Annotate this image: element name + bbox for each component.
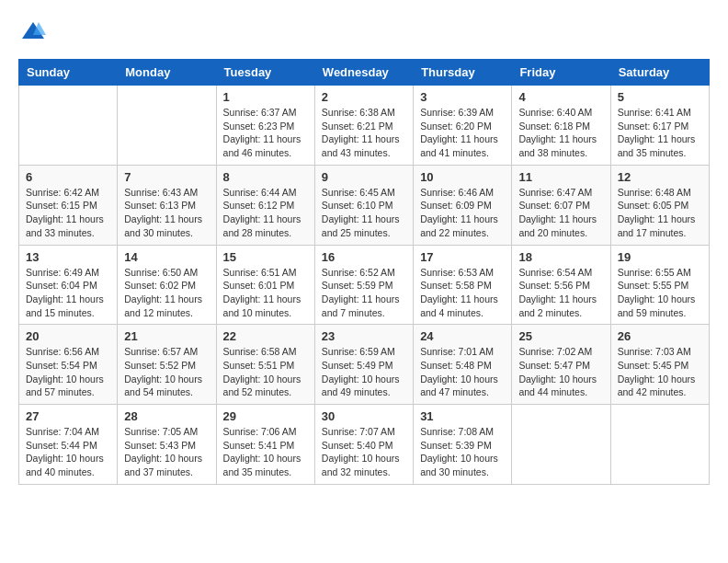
- day-info: Sunrise: 6:45 AMSunset: 6:10 PMDaylight:…: [322, 186, 406, 240]
- calendar-cell: 5Sunrise: 6:41 AMSunset: 6:17 PMDaylight…: [610, 86, 709, 166]
- calendar-body: 1Sunrise: 6:37 AMSunset: 6:23 PMDaylight…: [19, 86, 710, 485]
- day-number: 4: [518, 90, 603, 104]
- calendar-cell: 16Sunrise: 6:52 AMSunset: 5:59 PMDayligh…: [314, 245, 413, 325]
- day-info: Sunrise: 6:43 AMSunset: 6:13 PMDaylight:…: [124, 186, 209, 240]
- day-number: 29: [223, 409, 308, 423]
- calendar-cell: 22Sunrise: 6:58 AMSunset: 5:51 PMDayligh…: [216, 325, 314, 405]
- day-info: Sunrise: 6:46 AMSunset: 6:09 PMDaylight:…: [420, 186, 505, 240]
- day-number: 9: [322, 170, 406, 184]
- day-number: 5: [618, 90, 702, 104]
- calendar-week-1: 1Sunrise: 6:37 AMSunset: 6:23 PMDaylight…: [19, 86, 710, 166]
- calendar-cell: 10Sunrise: 6:46 AMSunset: 6:09 PMDayligh…: [414, 165, 512, 245]
- day-info: Sunrise: 6:58 AMSunset: 5:51 PMDaylight:…: [223, 345, 308, 399]
- header-thursday: Thursday: [414, 60, 512, 86]
- day-number: 15: [223, 250, 308, 264]
- day-number: 11: [518, 170, 603, 184]
- calendar-cell: 27Sunrise: 7:04 AMSunset: 5:44 PMDayligh…: [19, 405, 118, 485]
- day-number: 23: [322, 329, 406, 343]
- day-number: 24: [420, 329, 505, 343]
- header-sunday: Sunday: [19, 60, 118, 86]
- calendar-cell: 25Sunrise: 7:02 AMSunset: 5:47 PMDayligh…: [512, 325, 610, 405]
- calendar-cell: 12Sunrise: 6:48 AMSunset: 6:05 PMDayligh…: [610, 165, 709, 245]
- calendar-cell: 26Sunrise: 7:03 AMSunset: 5:45 PMDayligh…: [610, 325, 709, 405]
- calendar-week-4: 20Sunrise: 6:56 AMSunset: 5:54 PMDayligh…: [19, 325, 710, 405]
- header-friday: Friday: [512, 60, 610, 86]
- day-info: Sunrise: 6:49 AMSunset: 6:04 PMDaylight:…: [26, 266, 110, 320]
- day-info: Sunrise: 6:52 AMSunset: 5:59 PMDaylight:…: [322, 266, 406, 320]
- day-info: Sunrise: 6:56 AMSunset: 5:54 PMDaylight:…: [26, 345, 110, 399]
- day-info: Sunrise: 6:48 AMSunset: 6:05 PMDaylight:…: [618, 186, 702, 240]
- day-info: Sunrise: 7:01 AMSunset: 5:48 PMDaylight:…: [420, 345, 505, 399]
- day-number: 14: [124, 250, 209, 264]
- calendar-cell: 31Sunrise: 7:08 AMSunset: 5:39 PMDayligh…: [414, 405, 512, 485]
- day-number: 7: [124, 170, 209, 184]
- day-number: 6: [26, 170, 110, 184]
- day-number: 28: [124, 409, 209, 423]
- calendar-cell: 13Sunrise: 6:49 AMSunset: 6:04 PMDayligh…: [19, 245, 118, 325]
- day-number: 12: [618, 170, 702, 184]
- calendar-cell: 24Sunrise: 7:01 AMSunset: 5:48 PMDayligh…: [414, 325, 512, 405]
- day-number: 25: [518, 329, 603, 343]
- calendar-table: SundayMondayTuesdayWednesdayThursdayFrid…: [18, 59, 710, 485]
- calendar-cell: [512, 405, 610, 485]
- calendar-cell: 8Sunrise: 6:44 AMSunset: 6:12 PMDaylight…: [216, 165, 314, 245]
- calendar-cell: 18Sunrise: 6:54 AMSunset: 5:56 PMDayligh…: [512, 245, 610, 325]
- day-info: Sunrise: 7:07 AMSunset: 5:40 PMDaylight:…: [322, 425, 406, 479]
- day-info: Sunrise: 6:39 AMSunset: 6:20 PMDaylight:…: [420, 106, 505, 160]
- calendar-header-row: SundayMondayTuesdayWednesdayThursdayFrid…: [19, 60, 710, 86]
- day-info: Sunrise: 7:05 AMSunset: 5:43 PMDaylight:…: [124, 425, 209, 479]
- day-info: Sunrise: 6:37 AMSunset: 6:23 PMDaylight:…: [223, 106, 308, 160]
- day-number: 19: [618, 250, 702, 264]
- day-number: 26: [618, 329, 702, 343]
- day-number: 22: [223, 329, 308, 343]
- day-number: 13: [26, 250, 110, 264]
- day-info: Sunrise: 6:59 AMSunset: 5:49 PMDaylight:…: [322, 345, 406, 399]
- day-number: 31: [420, 409, 505, 423]
- calendar-week-2: 6Sunrise: 6:42 AMSunset: 6:15 PMDaylight…: [19, 165, 710, 245]
- calendar-cell: 11Sunrise: 6:47 AMSunset: 6:07 PMDayligh…: [512, 165, 610, 245]
- day-info: Sunrise: 6:54 AMSunset: 5:56 PMDaylight:…: [518, 266, 603, 320]
- day-info: Sunrise: 6:40 AMSunset: 6:18 PMDaylight:…: [518, 106, 603, 160]
- logo-icon: [20, 18, 46, 44]
- calendar-cell: 20Sunrise: 6:56 AMSunset: 5:54 PMDayligh…: [19, 325, 118, 405]
- day-info: Sunrise: 6:53 AMSunset: 5:58 PMDaylight:…: [420, 266, 505, 320]
- calendar-cell: 4Sunrise: 6:40 AMSunset: 6:18 PMDaylight…: [512, 86, 610, 166]
- day-number: 27: [26, 409, 110, 423]
- calendar-cell: 17Sunrise: 6:53 AMSunset: 5:58 PMDayligh…: [414, 245, 512, 325]
- day-info: Sunrise: 6:51 AMSunset: 6:01 PMDaylight:…: [223, 266, 308, 320]
- day-info: Sunrise: 6:50 AMSunset: 6:02 PMDaylight:…: [124, 266, 209, 320]
- day-number: 8: [223, 170, 308, 184]
- day-number: 30: [322, 409, 406, 423]
- calendar-cell: 30Sunrise: 7:07 AMSunset: 5:40 PMDayligh…: [314, 405, 413, 485]
- day-number: 17: [420, 250, 505, 264]
- day-number: 3: [420, 90, 505, 104]
- calendar-cell: 21Sunrise: 6:57 AMSunset: 5:52 PMDayligh…: [118, 325, 216, 405]
- calendar-cell: [118, 86, 216, 166]
- calendar-week-5: 27Sunrise: 7:04 AMSunset: 5:44 PMDayligh…: [19, 405, 710, 485]
- day-info: Sunrise: 6:55 AMSunset: 5:55 PMDaylight:…: [618, 266, 702, 320]
- calendar-cell: 28Sunrise: 7:05 AMSunset: 5:43 PMDayligh…: [118, 405, 216, 485]
- calendar-cell: 2Sunrise: 6:38 AMSunset: 6:21 PMDaylight…: [314, 86, 413, 166]
- day-number: 21: [124, 329, 209, 343]
- calendar-cell: [610, 405, 709, 485]
- calendar-cell: 7Sunrise: 6:43 AMSunset: 6:13 PMDaylight…: [118, 165, 216, 245]
- calendar-cell: 19Sunrise: 6:55 AMSunset: 5:55 PMDayligh…: [610, 245, 709, 325]
- day-info: Sunrise: 6:47 AMSunset: 6:07 PMDaylight:…: [518, 186, 603, 240]
- day-info: Sunrise: 6:57 AMSunset: 5:52 PMDaylight:…: [124, 345, 209, 399]
- header-saturday: Saturday: [610, 60, 709, 86]
- day-info: Sunrise: 7:06 AMSunset: 5:41 PMDaylight:…: [223, 425, 308, 479]
- calendar-cell: 14Sunrise: 6:50 AMSunset: 6:02 PMDayligh…: [118, 245, 216, 325]
- page-header: [18, 18, 710, 44]
- day-info: Sunrise: 7:04 AMSunset: 5:44 PMDaylight:…: [26, 425, 110, 479]
- header-wednesday: Wednesday: [314, 60, 413, 86]
- day-number: 10: [420, 170, 505, 184]
- day-info: Sunrise: 6:42 AMSunset: 6:15 PMDaylight:…: [26, 186, 110, 240]
- day-number: 20: [26, 329, 110, 343]
- header-monday: Monday: [118, 60, 216, 86]
- calendar-cell: 23Sunrise: 6:59 AMSunset: 5:49 PMDayligh…: [314, 325, 413, 405]
- day-info: Sunrise: 7:03 AMSunset: 5:45 PMDaylight:…: [618, 345, 702, 399]
- day-number: 2: [322, 90, 406, 104]
- day-number: 1: [223, 90, 308, 104]
- calendar-cell: 29Sunrise: 7:06 AMSunset: 5:41 PMDayligh…: [216, 405, 314, 485]
- calendar-cell: 6Sunrise: 6:42 AMSunset: 6:15 PMDaylight…: [19, 165, 118, 245]
